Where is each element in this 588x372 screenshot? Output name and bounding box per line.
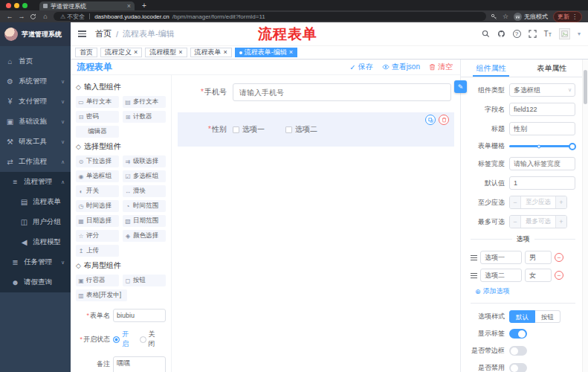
- palette-item-switch[interactable]: ◐开关: [76, 185, 119, 197]
- breadcrumb-home[interactable]: 首页: [95, 28, 112, 39]
- option-1-name-input[interactable]: [480, 251, 522, 264]
- component-type-select[interactable]: ∨: [509, 83, 575, 97]
- new-tab-button[interactable]: +: [142, 1, 146, 10]
- checkbox-option-2[interactable]: 选项二: [285, 124, 317, 135]
- style-button-button[interactable]: 按钮: [535, 310, 560, 323]
- minimize-window-button[interactable]: [14, 3, 19, 8]
- drag-handle-icon[interactable]: [471, 273, 477, 278]
- tab-form-props[interactable]: 表单属性: [522, 60, 583, 77]
- phone-input[interactable]: [233, 83, 451, 101]
- palette-item-password[interactable]: ⊟密码: [76, 111, 119, 123]
- collapse-sidebar-icon[interactable]: [78, 31, 86, 37]
- increment-button[interactable]: +: [555, 196, 566, 208]
- sidebar-item-infra[interactable]: ▣ 基础设施 ∨: [0, 112, 71, 132]
- style-default-button[interactable]: 默认: [509, 310, 535, 323]
- sidebar-item-task-mgmt[interactable]: ≣ 任务管理 ∨: [0, 252, 71, 272]
- back-icon[interactable]: ←: [6, 13, 13, 20]
- reload-icon[interactable]: [30, 13, 37, 20]
- save-button[interactable]: ✓ 保存: [349, 62, 372, 72]
- sidebar-item-system[interactable]: ⚙ 系统管理 ∨: [0, 71, 71, 92]
- close-icon[interactable]: ×: [178, 49, 182, 56]
- search-icon[interactable]: [482, 30, 490, 38]
- decrement-button[interactable]: −: [510, 216, 521, 228]
- scrollbar-thumb[interactable]: [584, 70, 587, 104]
- clear-button[interactable]: 清空: [429, 62, 453, 72]
- form-name-input[interactable]: [113, 309, 166, 322]
- tag-process-definition[interactable]: 流程定义 ×: [100, 48, 142, 57]
- palette-item-time-range[interactable]: ◔时间范围: [123, 200, 166, 212]
- option-2-name-input[interactable]: [480, 269, 522, 282]
- palette-item-button[interactable]: ◻按钮: [123, 275, 166, 286]
- sidebar-item-process-form[interactable]: ▤ 流程表单: [0, 192, 71, 212]
- palette-item-single-text[interactable]: ▭单行文本: [76, 96, 119, 108]
- font-size-icon[interactable]: TT: [544, 31, 552, 38]
- radio-off[interactable]: [140, 336, 146, 343]
- home-icon[interactable]: ⌂: [42, 13, 49, 20]
- close-icon[interactable]: ×: [289, 49, 293, 56]
- remove-option-icon[interactable]: −: [555, 253, 563, 262]
- tag-home[interactable]: 首页: [75, 48, 97, 57]
- radio-off-label[interactable]: 关闭: [149, 330, 160, 349]
- show-label-switch[interactable]: [509, 329, 527, 339]
- palette-item-checkbox-group[interactable]: ☑多选框组: [123, 170, 166, 182]
- disabled-switch[interactable]: [509, 363, 527, 372]
- github-icon[interactable]: [497, 30, 505, 38]
- radio-on[interactable]: [113, 336, 120, 343]
- tab-close-icon[interactable]: ×: [127, 2, 131, 10]
- browser-menu-icon[interactable]: ⋮: [572, 13, 578, 20]
- forward-icon[interactable]: →: [18, 13, 25, 20]
- update-button[interactable]: 更新 ⋮: [553, 11, 582, 22]
- title-input[interactable]: [509, 122, 575, 135]
- avatar[interactable]: [559, 28, 570, 39]
- label-width-input[interactable]: [509, 157, 575, 170]
- palette-item-row-container[interactable]: ▣行容器: [76, 275, 119, 286]
- bookmark-star-icon[interactable]: ☆: [503, 13, 508, 20]
- palette-item-cascade[interactable]: ⇉级联选择: [123, 155, 166, 167]
- palette-item-table[interactable]: ▥表格[开发中]: [76, 289, 127, 301]
- palette-item-color-picker[interactable]: ◈颜色选择: [123, 230, 166, 242]
- view-json-button[interactable]: 查看json: [382, 62, 420, 72]
- grid-span-slider[interactable]: [509, 145, 572, 147]
- palette-item-editor[interactable]: 编辑器: [76, 126, 119, 138]
- sidebar-item-home[interactable]: ⌂ 首页: [0, 51, 71, 71]
- slider-handle[interactable]: [569, 143, 576, 150]
- border-switch[interactable]: [509, 346, 527, 356]
- tag-process-model[interactable]: 流程模型 ×: [145, 48, 187, 57]
- security-status[interactable]: ⚠ 不安全: [60, 13, 85, 21]
- palette-item-rate[interactable]: ☆评分: [76, 230, 119, 242]
- add-option-button[interactable]: ⊕ 添加选项: [475, 286, 575, 296]
- field-phone[interactable]: *手机号: [178, 80, 454, 105]
- radio-on-label[interactable]: 开启: [122, 330, 133, 349]
- sidebar-item-workflow[interactable]: ⇄ 工作流程 ∧: [0, 152, 71, 172]
- address-bar[interactable]: ⚠ 不安全 dashboard.yudao.iocoder.cn /bpm/ma…: [54, 12, 486, 21]
- sidebar-item-process-model[interactable]: ◀ 流程模型: [0, 232, 71, 252]
- tag-process-form[interactable]: 流程表单 ×: [190, 48, 232, 57]
- palette-item-dropdown[interactable]: ⊙下拉选择: [76, 155, 119, 167]
- logo-row[interactable]: 芋道管理系统: [0, 22, 71, 46]
- option-1-value-input[interactable]: [525, 251, 552, 264]
- fullscreen-icon[interactable]: [529, 30, 537, 38]
- browser-tab[interactable]: 芋道管理系统 ×: [39, 1, 135, 10]
- palette-item-slider[interactable]: ↔滑块: [123, 185, 166, 197]
- avatar-caret-icon[interactable]: ▾: [578, 31, 581, 37]
- close-icon[interactable]: ×: [224, 49, 227, 56]
- sidebar-item-payment[interactable]: ¥ 支付管理 ∨: [0, 92, 71, 112]
- tab-component-props[interactable]: 组件属性: [461, 60, 522, 77]
- palette-item-date-range[interactable]: ▧日期范围: [123, 215, 166, 227]
- maximize-window-button[interactable]: [22, 3, 28, 8]
- palette-item-date-picker[interactable]: ▦日期选择: [76, 215, 119, 227]
- key-icon[interactable]: [491, 13, 497, 20]
- sidebar-item-devtools[interactable]: ⚒ 研发工具 ∨: [0, 132, 71, 152]
- delete-field-button[interactable]: [439, 115, 449, 125]
- edit-pencil-tag[interactable]: ✎: [454, 80, 467, 93]
- palette-item-radio-group[interactable]: ◉单选框组: [76, 170, 119, 182]
- checkbox-option-1[interactable]: 选项一: [233, 124, 265, 135]
- default-value-input[interactable]: [509, 176, 575, 190]
- field-gender-selected[interactable]: *性别 选项一 选项二: [178, 112, 454, 147]
- palette-item-upload[interactable]: ↥上传: [76, 245, 119, 257]
- copy-field-button[interactable]: [425, 115, 436, 125]
- decrement-button[interactable]: −: [510, 196, 521, 208]
- sidebar-item-process-mgmt[interactable]: ≡ 流程管理 ∧: [0, 172, 71, 192]
- palette-item-time-picker[interactable]: ◷时间选择: [76, 200, 119, 212]
- tag-process-form-edit[interactable]: 流程表单-编辑 ×: [235, 48, 297, 57]
